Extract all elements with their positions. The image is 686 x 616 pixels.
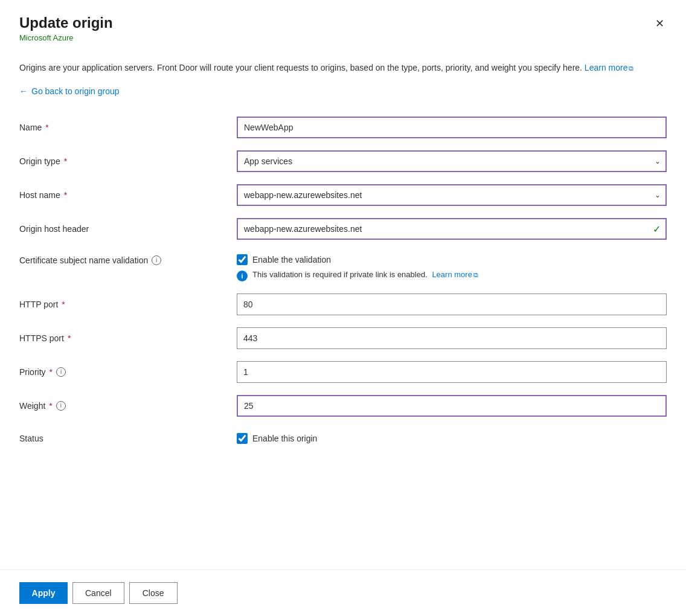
host-name-select[interactable]: webapp-new.azurewebsites.net <box>237 184 667 206</box>
origin-host-header-control-wrap: ✓ <box>237 218 667 240</box>
weight-row: Weight * i <box>19 389 667 423</box>
https-port-row: HTTPS port * <box>19 321 667 355</box>
cancel-button[interactable]: Cancel <box>72 582 124 604</box>
cert-validation-note: i This validation is required if private… <box>237 270 667 281</box>
weight-control-wrap <box>237 395 667 417</box>
host-name-required-star: * <box>64 190 67 200</box>
checkmark-icon: ✓ <box>653 223 661 234</box>
host-name-control-wrap: webapp-new.azurewebsites.net ⌄ <box>237 184 667 206</box>
origin-type-required-star: * <box>64 156 67 166</box>
https-port-label: HTTPS port * <box>19 333 237 343</box>
info-circle-icon: i <box>237 271 248 281</box>
origin-host-header-row: Origin host header ✓ <box>19 212 667 246</box>
name-row: Name * <box>19 111 667 144</box>
name-required-star: * <box>45 123 48 132</box>
panel-subtitle: Microsoft Azure <box>19 33 667 42</box>
back-to-origin-group-link[interactable]: ← Go back to origin group <box>19 86 120 96</box>
host-name-select-wrap: webapp-new.azurewebsites.net ⌄ <box>237 184 667 206</box>
http-port-control-wrap <box>237 294 667 315</box>
status-checkbox-item[interactable]: Enable this origin <box>237 433 667 444</box>
http-port-required-star: * <box>62 300 65 309</box>
panel-footer: Apply Cancel Close <box>0 569 686 616</box>
http-port-input[interactable] <box>237 294 667 315</box>
origin-host-header-input[interactable] <box>237 218 667 240</box>
cert-validation-checkbox[interactable] <box>237 254 248 265</box>
status-label: Status <box>19 434 237 443</box>
cert-validation-info-icon[interactable]: i <box>152 255 161 265</box>
external-link-icon: ⧉ <box>629 63 633 74</box>
origin-type-label: Origin type * <box>19 156 237 166</box>
status-checkbox-label: Enable this origin <box>252 434 317 443</box>
panel-title: Update origin <box>19 14 667 32</box>
origin-type-control-wrap: App services ⌄ <box>237 150 667 172</box>
name-label: Name * <box>19 123 237 132</box>
priority-label: Priority * i <box>19 367 237 377</box>
panel-body: Origins are your application servers. Fr… <box>0 52 686 569</box>
host-name-label: Host name * <box>19 190 237 200</box>
description-text: Origins are your application servers. Fr… <box>19 62 667 74</box>
https-port-input[interactable] <box>237 327 667 349</box>
cert-external-link-icon: ⧉ <box>473 271 478 279</box>
cert-validation-checkbox-item[interactable]: Enable the validation <box>237 254 667 265</box>
origin-host-header-label: Origin host header <box>19 224 237 234</box>
https-port-control-wrap <box>237 327 667 349</box>
http-port-label: HTTP port * <box>19 300 237 309</box>
origin-type-select-wrap: App services ⌄ <box>237 150 667 172</box>
status-checkbox[interactable] <box>237 433 248 444</box>
origin-host-header-input-wrap: ✓ <box>237 218 667 240</box>
close-button[interactable]: Close <box>129 582 178 604</box>
weight-info-icon[interactable]: i <box>56 401 66 411</box>
update-origin-panel: Update origin Microsoft Azure ✕ Origins … <box>0 0 686 616</box>
cert-validation-checkbox-label: Enable the validation <box>252 255 331 265</box>
panel-header: Update origin Microsoft Azure ✕ <box>0 0 686 52</box>
weight-required-star: * <box>49 401 52 411</box>
name-control-wrap <box>237 117 667 138</box>
weight-input[interactable] <box>237 395 667 417</box>
back-arrow-icon: ← <box>19 86 28 96</box>
priority-input[interactable] <box>237 361 667 383</box>
priority-info-icon[interactable]: i <box>56 367 66 377</box>
weight-label: Weight * i <box>19 401 237 411</box>
status-row: Status Enable this origin <box>19 423 667 454</box>
cert-validation-control-wrap: Enable the validation i This validation … <box>237 254 667 281</box>
origin-type-row: Origin type * App services ⌄ <box>19 144 667 178</box>
priority-control-wrap <box>237 361 667 383</box>
http-port-row: HTTP port * <box>19 287 667 321</box>
form-section: Name * Origin type * App services <box>19 111 667 454</box>
cert-learn-more-link[interactable]: Learn more⧉ <box>432 270 478 279</box>
priority-required-star: * <box>50 367 53 377</box>
host-name-row: Host name * webapp-new.azurewebsites.net… <box>19 178 667 212</box>
cert-validation-row: Certificate subject name validation i En… <box>19 246 667 287</box>
close-icon-button[interactable]: ✕ <box>653 14 667 33</box>
name-input[interactable] <box>237 117 667 138</box>
apply-button[interactable]: Apply <box>19 582 68 604</box>
cert-validation-label: Certificate subject name validation i <box>19 254 237 265</box>
priority-row: Priority * i <box>19 355 667 389</box>
origin-type-select[interactable]: App services <box>237 150 667 172</box>
description-learn-more-link[interactable]: Learn more⧉ <box>585 63 634 72</box>
https-port-required-star: * <box>68 333 71 343</box>
cert-validation-checkbox-section: Enable the validation i This validation … <box>237 254 667 281</box>
status-control-wrap: Enable this origin <box>237 433 667 444</box>
